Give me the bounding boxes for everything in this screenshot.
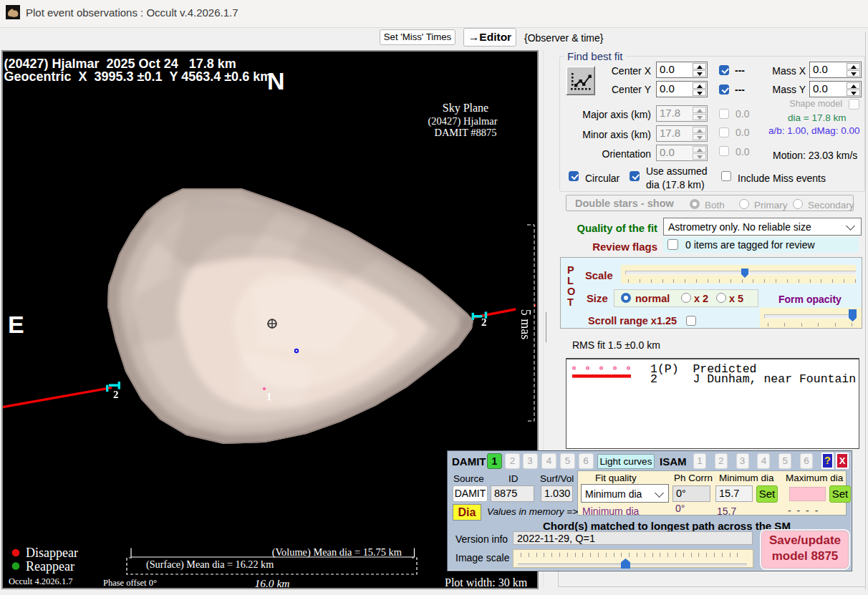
svg-text:Plot width: 30 km: Plot width: 30 km (445, 576, 528, 588)
svg-text:2: 2 (481, 316, 487, 328)
svg-text:1: 1 (266, 391, 272, 402)
svg-text:(Volume) Mean dia = 15.75 km: (Volume) Mean dia = 15.75 km (272, 546, 402, 558)
svg-text:Reappear: Reappear (26, 559, 74, 574)
svg-text:5 mas: 5 mas (519, 309, 533, 340)
svg-text:2 J Dunham, near Fountain: 2 J Dunham, near Fountain (650, 372, 856, 386)
svg-text:(Surface) Mean dia = 16.22 km: (Surface) Mean dia = 16.22 km (146, 558, 274, 571)
svg-text:Occult 4.2026.1.7: Occult 4.2026.1.7 (9, 576, 73, 586)
svg-text:2: 2 (113, 389, 119, 400)
svg-text:(20427) Hjalmar: (20427) Hjalmar (428, 115, 497, 127)
svg-text:Geocentric X 3995.3 ±0.1 Y: Geocentric X 3995.3 ±0.1 Y 4563.4 ±0.6 k… (4, 69, 272, 84)
svg-text:N: N (267, 67, 285, 95)
svg-text:E: E (8, 311, 24, 338)
svg-text:Sky Plane: Sky Plane (443, 102, 488, 115)
svg-text:Disappear: Disappear (26, 546, 78, 560)
svg-text:DAMIT #8875: DAMIT #8875 (434, 127, 496, 138)
svg-text:16.0 km: 16.0 km (254, 577, 289, 588)
svg-text:Phase offset 0°: Phase offset 0° (103, 578, 157, 588)
svg-text:(20427) Hjalmar 2025 Oct 24: (20427) Hjalmar 2025 Oct 24 17.8 km (4, 57, 236, 71)
